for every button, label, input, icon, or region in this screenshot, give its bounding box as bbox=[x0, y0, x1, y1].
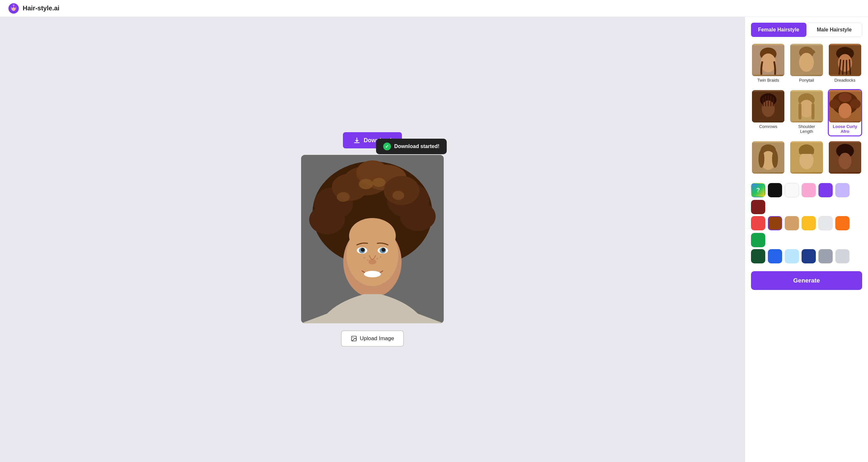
color-swatch-dark-red[interactable] bbox=[751, 200, 765, 214]
hairstyle-grid: Twin Braids Ponytail bbox=[751, 43, 862, 178]
hairstyle-label-ponytail: Ponytail bbox=[798, 76, 815, 84]
svg-point-30 bbox=[369, 259, 376, 264]
hairstyle-item-shoulder-length[interactable]: Shoulder Length bbox=[789, 89, 824, 136]
app-header: Hair-style.ai bbox=[0, 0, 868, 17]
svg-point-38 bbox=[353, 337, 353, 338]
hairstyle-tabs: Female Hairstyle Male Hairstyle bbox=[751, 23, 862, 37]
color-swatch-blue[interactable] bbox=[768, 249, 782, 263]
download-area: Download ✓ Download started! bbox=[10, 132, 735, 155]
svg-point-69 bbox=[838, 93, 851, 102]
hairstyle-thumb-row3-3 bbox=[829, 141, 861, 174]
hairstyle-label-row3-3 bbox=[844, 174, 846, 177]
hairstyle-item-row3-1[interactable] bbox=[751, 140, 785, 178]
color-swatch-purple[interactable] bbox=[818, 183, 833, 197]
svg-point-74 bbox=[758, 150, 764, 168]
main-layout: Download ✓ Download started! bbox=[0, 17, 868, 462]
svg-rect-64 bbox=[812, 103, 814, 120]
svg-point-35 bbox=[377, 258, 378, 260]
hairstyle-label-dreadlocks: Dreadlocks bbox=[833, 76, 857, 84]
svg-point-33 bbox=[364, 257, 365, 259]
color-swatch-tan[interactable] bbox=[785, 216, 799, 230]
color-swatch-green[interactable] bbox=[751, 233, 765, 247]
svg-point-20 bbox=[372, 178, 385, 187]
svg-point-14 bbox=[309, 205, 345, 234]
hairstyle-label-cornrows: Cornrows bbox=[758, 123, 779, 131]
hairstyle-label-twin-braids: Twin Braids bbox=[756, 76, 780, 84]
app-logo-text: Hair-style.ai bbox=[23, 4, 59, 12]
color-swatch-white[interactable] bbox=[785, 183, 799, 197]
svg-point-70 bbox=[838, 103, 851, 118]
color-swatch-navy[interactable] bbox=[802, 249, 816, 263]
hairstyle-item-dreadlocks[interactable]: Dreadlocks bbox=[828, 43, 862, 85]
color-swatch-orange[interactable] bbox=[835, 216, 849, 230]
color-row-1: ? bbox=[751, 183, 862, 214]
color-swatch-silver[interactable] bbox=[835, 249, 849, 263]
hairstyle-item-row3-2[interactable] bbox=[789, 140, 824, 178]
svg-point-34 bbox=[367, 260, 368, 261]
svg-point-36 bbox=[380, 256, 381, 258]
hairstyle-label-shoulder-length: Shoulder Length bbox=[790, 123, 823, 135]
svg-point-44 bbox=[799, 53, 814, 72]
color-swatch-brown[interactable] bbox=[768, 216, 782, 230]
tab-female-hairstyle[interactable]: Female Hairstyle bbox=[751, 23, 806, 37]
toast-check-icon: ✓ bbox=[383, 142, 391, 150]
svg-point-31 bbox=[364, 271, 381, 277]
svg-point-5 bbox=[13, 8, 14, 10]
color-row-3 bbox=[751, 249, 862, 263]
svg-point-29 bbox=[381, 248, 385, 252]
download-toast: ✓ Download started! bbox=[376, 139, 447, 154]
download-icon bbox=[353, 137, 361, 144]
color-swatch-light-gray[interactable] bbox=[818, 216, 833, 230]
svg-point-17 bbox=[337, 192, 350, 202]
svg-point-18 bbox=[393, 191, 404, 200]
color-swatch-medium-gray[interactable] bbox=[818, 249, 833, 263]
svg-point-13 bbox=[384, 176, 420, 205]
hairstyle-item-cornrows[interactable]: Cornrows bbox=[751, 89, 785, 136]
hairstyle-thumb-loose-curly bbox=[829, 90, 861, 123]
color-swatch-pink[interactable] bbox=[802, 183, 816, 197]
canvas-area: Download ✓ Download started! bbox=[0, 17, 745, 462]
hairstyle-item-ponytail[interactable]: Ponytail bbox=[789, 43, 824, 85]
color-row-2 bbox=[751, 216, 862, 247]
svg-point-82 bbox=[838, 153, 851, 169]
svg-point-15 bbox=[400, 202, 436, 231]
generate-button[interactable]: Generate bbox=[751, 271, 862, 290]
main-portrait-image bbox=[301, 155, 444, 323]
svg-point-19 bbox=[359, 179, 373, 189]
upload-image-button[interactable]: Upload Image bbox=[341, 330, 404, 346]
hairstyle-item-row3-3[interactable] bbox=[828, 140, 862, 178]
toast-text: Download started! bbox=[394, 143, 439, 150]
svg-rect-79 bbox=[799, 152, 814, 154]
upload-icon bbox=[351, 335, 357, 342]
hairstyle-thumb-row3-2 bbox=[790, 141, 823, 174]
color-swatch-black[interactable] bbox=[768, 183, 782, 197]
svg-point-28 bbox=[361, 248, 365, 252]
hairstyle-label-loose-curly-afro: Loose Curly Afro bbox=[829, 123, 861, 135]
hairstyle-label-row3-2 bbox=[805, 174, 808, 177]
svg-rect-63 bbox=[799, 103, 802, 120]
color-swatch-red[interactable] bbox=[751, 216, 765, 230]
svg-point-75 bbox=[772, 150, 778, 168]
svg-point-67 bbox=[829, 99, 840, 108]
color-swatch-dark-green[interactable] bbox=[751, 249, 765, 263]
logo-icon bbox=[8, 3, 20, 14]
color-swatch-random[interactable]: ? bbox=[751, 183, 765, 197]
hairstyle-thumb-dreadlocks bbox=[829, 44, 861, 76]
hairstyle-item-twin-braids[interactable]: Twin Braids bbox=[751, 43, 785, 85]
color-swatch-yellow[interactable] bbox=[802, 216, 816, 230]
hairstyle-label-row3-1 bbox=[767, 174, 770, 177]
tab-male-hairstyle[interactable]: Male Hairstyle bbox=[806, 23, 863, 37]
color-swatch-lavender[interactable] bbox=[835, 183, 849, 197]
svg-point-78 bbox=[800, 152, 814, 169]
hairstyle-thumb-shoulder bbox=[790, 90, 823, 123]
color-section: ? bbox=[751, 183, 862, 265]
svg-point-23 bbox=[349, 218, 396, 254]
svg-point-68 bbox=[850, 99, 861, 108]
sidebar: Female Hairstyle Male Hairstyle bbox=[745, 17, 868, 462]
hairstyle-thumb-ponytail bbox=[790, 44, 823, 76]
hairstyle-thumb-twin-braids bbox=[752, 44, 784, 76]
portrait-svg bbox=[301, 155, 444, 323]
hairstyle-thumb-row3-1 bbox=[752, 141, 784, 174]
hairstyle-item-loose-curly-afro[interactable]: Loose Curly Afro bbox=[828, 89, 862, 136]
color-swatch-light-blue[interactable] bbox=[785, 249, 799, 263]
